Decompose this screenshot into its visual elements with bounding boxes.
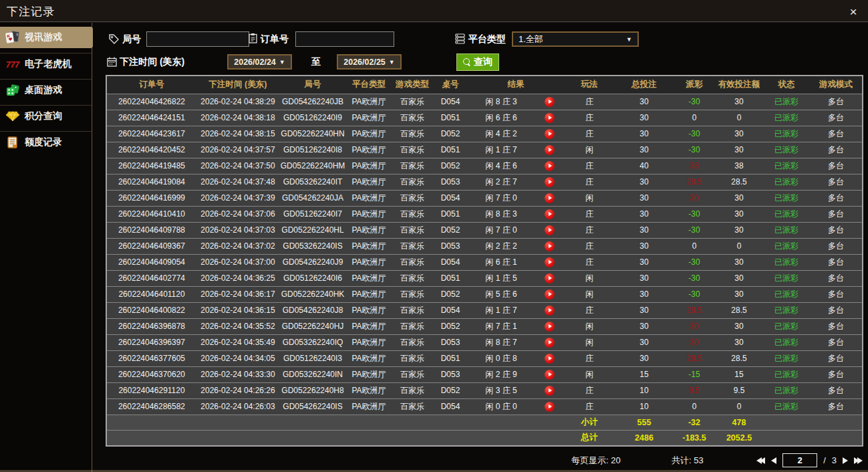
bet-time-cell: 2026-02-24 04:26:03 bbox=[196, 398, 279, 415]
round-number-cell: GD053262240IQ bbox=[279, 334, 346, 350]
game-mode-cell: 多台 bbox=[810, 334, 862, 350]
platform-type-select[interactable]: 1.全部 ▼ bbox=[512, 31, 639, 47]
order-number-cell: 260224046409788 bbox=[107, 222, 196, 238]
valid-bet-cell: 28.5 bbox=[715, 302, 763, 318]
order-number-cell: 260224046420452 bbox=[107, 142, 196, 158]
valid-bet-cell: 30 bbox=[715, 286, 763, 302]
replay-cell bbox=[535, 254, 564, 270]
game-mode-cell: 多台 bbox=[810, 94, 862, 110]
bet-type-cell: 闲 bbox=[564, 142, 615, 158]
play-replay-icon[interactable] bbox=[545, 386, 555, 396]
valid-bet-cell: 9.5 bbox=[715, 382, 763, 398]
grand-total-row: 总计 2486 -183.5 2052.5 bbox=[107, 430, 862, 445]
table-row: 2602240464236172026-02-24 04:38:15GD0522… bbox=[107, 126, 862, 142]
bet-time-cell: 2026-02-24 04:36:17 bbox=[196, 286, 279, 302]
play-replay-icon[interactable] bbox=[545, 161, 555, 171]
play-replay-icon[interactable] bbox=[545, 322, 555, 332]
next-page-icon[interactable] bbox=[843, 457, 848, 464]
play-replay-icon[interactable] bbox=[545, 257, 555, 267]
title-bar: 下注记录 × bbox=[0, 0, 868, 22]
replay-cell bbox=[535, 270, 564, 286]
play-replay-icon[interactable] bbox=[545, 177, 555, 187]
game-mode-cell: 多台 bbox=[810, 398, 862, 415]
sidebar-item-4[interactable]: 积分查询 bbox=[0, 105, 92, 126]
sidebar-item-1[interactable]: 9K视讯游戏 bbox=[0, 27, 92, 48]
sidebar-item-2[interactable]: 777电子老虎机 bbox=[0, 53, 92, 74]
replay-cell bbox=[535, 206, 564, 222]
status-cell: 已派彩 bbox=[763, 142, 810, 158]
date-to-select[interactable]: 2026/02/25 ▼ bbox=[337, 54, 402, 70]
last-page-icon[interactable] bbox=[854, 457, 863, 464]
play-replay-icon[interactable] bbox=[545, 370, 555, 380]
game-mode-cell: 多台 bbox=[810, 110, 862, 126]
order-number-label: 订单号 bbox=[261, 33, 289, 45]
order-number-cell: 260224046400822 bbox=[107, 302, 196, 318]
payout-cell: 38 bbox=[674, 158, 715, 174]
order-number-input[interactable] bbox=[295, 31, 394, 47]
platform-icon bbox=[454, 33, 466, 44]
play-replay-icon[interactable] bbox=[545, 113, 555, 123]
payout-cell: -30 bbox=[674, 270, 715, 286]
play-replay-icon[interactable] bbox=[545, 193, 555, 203]
total-bet-cell: 30 bbox=[615, 302, 674, 318]
previous-page-icon[interactable] bbox=[771, 457, 776, 464]
play-replay-icon[interactable] bbox=[545, 289, 555, 300]
play-replay-icon[interactable] bbox=[545, 225, 555, 235]
platform-type-cell: PA欧洲厅 bbox=[346, 190, 392, 206]
order-number-cell: 260224046410410 bbox=[107, 206, 196, 222]
result-cell: 闲 1 庄 7 bbox=[468, 302, 535, 318]
game-type-cell: 百家乐 bbox=[392, 206, 433, 222]
valid-bet-cell: 30 bbox=[715, 222, 763, 238]
play-replay-icon[interactable] bbox=[545, 273, 555, 283]
status-cell: 已派彩 bbox=[763, 222, 810, 238]
sidebar-item-3[interactable]: 桌面游戏 bbox=[0, 79, 92, 100]
replay-cell bbox=[535, 174, 564, 190]
column-header: 局号 bbox=[279, 76, 346, 94]
round-number-cell: GD052262240HK bbox=[279, 286, 346, 302]
search-button[interactable]: 查询 bbox=[456, 53, 499, 71]
sidebar-item-5[interactable]: 额度记录 bbox=[0, 131, 92, 152]
date-from-select[interactable]: 2026/02/24 ▼ bbox=[227, 54, 292, 70]
bet-type-cell: 闲 bbox=[564, 270, 615, 286]
subtotal-label: 小计 bbox=[564, 415, 615, 430]
bet-time-cell: 2026-02-24 04:33:30 bbox=[196, 366, 279, 382]
svg-text:777: 777 bbox=[6, 60, 20, 70]
play-replay-icon[interactable] bbox=[545, 209, 555, 219]
play-replay-icon[interactable] bbox=[545, 241, 555, 251]
play-replay-icon[interactable] bbox=[545, 306, 555, 316]
first-page-icon[interactable] bbox=[756, 457, 765, 464]
game-type-cell: 百家乐 bbox=[392, 366, 433, 382]
grand-total-label: 总计 bbox=[564, 430, 615, 445]
result-cell: 闲 8 庄 7 bbox=[468, 334, 535, 350]
close-icon[interactable]: × bbox=[847, 5, 860, 19]
platform-type-cell: PA欧洲厅 bbox=[346, 142, 392, 158]
sidebar-item-label: 视讯游戏 bbox=[25, 31, 62, 43]
play-replay-icon[interactable] bbox=[545, 129, 555, 139]
subtotal-payout: -32 bbox=[674, 415, 715, 430]
table-number-cell: D053 bbox=[433, 334, 468, 350]
play-replay-icon[interactable] bbox=[545, 354, 555, 364]
play-replay-icon[interactable] bbox=[545, 338, 555, 348]
game-type-cell: 百家乐 bbox=[392, 238, 433, 254]
game-type-cell: 百家乐 bbox=[392, 254, 433, 270]
bet-type-cell: 闲 bbox=[564, 286, 615, 302]
valid-bet-cell: 30 bbox=[715, 254, 763, 270]
round-number-input[interactable] bbox=[146, 31, 249, 47]
status-cell: 已派彩 bbox=[763, 270, 810, 286]
replay-cell bbox=[535, 318, 564, 334]
table-number-cell: D052 bbox=[433, 126, 468, 142]
bet-type-cell: 闲 bbox=[564, 318, 615, 334]
game-type-cell: 百家乐 bbox=[392, 158, 433, 174]
result-cell: 闲 1 庄 5 bbox=[468, 270, 535, 286]
platform-type-cell: PA欧洲厅 bbox=[346, 302, 392, 318]
page-number-input[interactable] bbox=[782, 453, 817, 467]
game-mode-cell: 多台 bbox=[810, 270, 862, 286]
play-replay-icon[interactable] bbox=[545, 145, 555, 155]
payout-cell: 28.5 bbox=[674, 174, 715, 190]
table-number-cell: D051 bbox=[433, 206, 468, 222]
game-type-cell: 百家乐 bbox=[392, 110, 433, 126]
play-replay-icon[interactable] bbox=[545, 402, 555, 412]
valid-bet-cell: 0 bbox=[715, 110, 763, 126]
play-replay-icon[interactable] bbox=[545, 97, 555, 107]
total-bet-cell: 30 bbox=[615, 334, 674, 350]
